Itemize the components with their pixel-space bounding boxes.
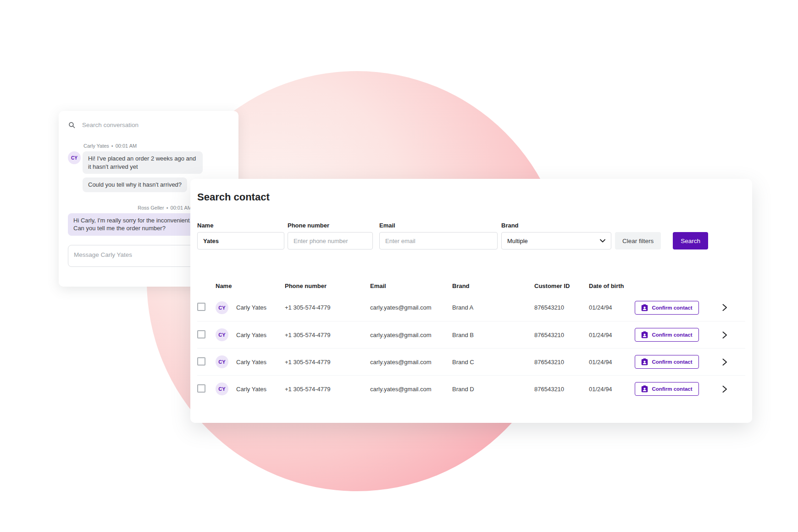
message-time: 00:01 AM (171, 205, 192, 211)
chevron-right-icon[interactable] (722, 358, 727, 366)
cell-phone: +1 305-574-4779 (285, 359, 370, 366)
cell-dob: 01/24/94 (589, 386, 635, 393)
table-row: CY Carly Yates +1 305-574-4779 carly.yat… (197, 294, 745, 321)
contact-avatar: CY (216, 382, 228, 395)
confirm-contact-button[interactable]: Confirm contact (635, 382, 699, 396)
cell-customer-id: 876543210 (534, 386, 589, 393)
table-header-row: Name Phone number Email Brand Customer I… (197, 283, 745, 289)
chevron-down-icon (600, 239, 605, 243)
confirm-contact-label: Confirm contact (652, 305, 692, 310)
email-input[interactable] (379, 232, 498, 249)
name-input[interactable] (197, 232, 284, 249)
sender-name: Ross Geller (138, 205, 164, 211)
chat-message-incoming: Could you tell why it hasn't arrived? (83, 177, 187, 192)
search-contact-panel: Search contact Name Phone number Email B… (190, 179, 752, 423)
row-checkbox[interactable] (197, 330, 205, 338)
cell-brand: Brand D (452, 386, 534, 393)
cell-customer-id: 876543210 (534, 304, 589, 311)
confirm-contact-button[interactable]: Confirm contact (635, 355, 699, 369)
message-time: 00:01 AM (116, 143, 137, 149)
table-row: CY Carly Yates +1 305-574-4779 carly.yat… (197, 321, 745, 348)
meta-separator: • (166, 205, 168, 211)
chevron-right-icon[interactable] (722, 331, 727, 339)
phone-label: Phone number (288, 222, 373, 229)
filter-bar: Name Phone number Email Brand Multiple C… (197, 222, 745, 249)
row-checkbox[interactable] (197, 303, 205, 311)
row-checkbox[interactable] (197, 384, 205, 393)
cell-brand: Brand A (452, 304, 534, 311)
search-button[interactable]: Search (673, 232, 708, 249)
cell-name: Carly Yates (236, 359, 285, 366)
chat-search-input[interactable]: Search conversation (68, 120, 229, 129)
contact-card-icon (641, 304, 648, 311)
agent-message-meta: Ross Geller • 00:01 AM (68, 205, 192, 211)
brand-select-value: Multiple (507, 238, 528, 244)
cell-phone: +1 305-574-4779 (285, 332, 370, 338)
row-checkbox[interactable] (197, 357, 205, 366)
confirm-contact-label: Confirm contact (652, 386, 692, 392)
meta-separator: • (111, 143, 113, 149)
cell-dob: 01/24/94 (589, 359, 635, 366)
page-title: Search contact (197, 190, 745, 205)
cell-name: Carly Yates (236, 304, 285, 311)
brand-label: Brand (501, 222, 611, 229)
clear-filters-button[interactable]: Clear filters (615, 232, 661, 249)
email-label: Email (379, 222, 498, 229)
contact-avatar: CY (216, 328, 228, 341)
chat-search-placeholder: Search conversation (82, 122, 139, 128)
confirm-contact-label: Confirm contact (652, 332, 692, 338)
confirm-contact-button[interactable]: Confirm contact (635, 328, 699, 342)
cell-dob: 01/24/94 (589, 332, 635, 338)
confirm-contact-button[interactable]: Confirm contact (635, 301, 699, 315)
header-email: Email (370, 283, 452, 289)
confirm-contact-label: Confirm contact (652, 359, 692, 365)
contact-avatar: CY (216, 355, 228, 368)
contact-card-icon (641, 385, 648, 393)
contact-card-icon (641, 358, 648, 366)
chevron-right-icon[interactable] (722, 304, 727, 311)
chat-message-incoming: Hi! I've placed an order 2 weeks ago and… (83, 151, 203, 174)
contact-card-icon (641, 331, 648, 338)
message-input-placeholder: Message Carly Yates (74, 251, 132, 258)
cell-email: carly.yates@gmail.com (370, 359, 452, 366)
name-label: Name (197, 222, 284, 229)
cell-name: Carly Yates (236, 386, 285, 393)
cell-customer-id: 876543210 (534, 359, 589, 366)
customer-avatar: CY (68, 151, 81, 164)
header-name: Name (216, 283, 285, 289)
cell-dob: 01/24/94 (589, 304, 635, 311)
cell-email: carly.yates@gmail.com (370, 304, 452, 311)
cell-phone: +1 305-574-4779 (285, 386, 370, 393)
cell-name: Carly Yates (236, 332, 285, 338)
cell-email: carly.yates@gmail.com (370, 332, 452, 338)
cell-brand: Brand B (452, 332, 534, 338)
table-body: CY Carly Yates +1 305-574-4779 carly.yat… (197, 294, 745, 402)
cell-email: carly.yates@gmail.com (370, 386, 452, 393)
contact-avatar: CY (216, 301, 228, 314)
cell-customer-id: 876543210 (534, 332, 589, 338)
header-customer-id: Customer ID (534, 283, 589, 289)
chat-message-outgoing: Hi Carly, I'm really sorry for the incon… (68, 213, 205, 236)
customer-message-meta: Carly Yates • 00:01 AM (83, 143, 229, 149)
header-brand: Brand (452, 283, 534, 289)
cell-brand: Brand C (452, 359, 534, 366)
phone-input[interactable] (288, 232, 373, 249)
sender-name: Carly Yates (83, 143, 109, 149)
chevron-right-icon[interactable] (722, 385, 727, 393)
header-dob: Date of birth (589, 283, 635, 289)
table-row: CY Carly Yates +1 305-574-4779 carly.yat… (197, 348, 745, 375)
header-phone: Phone number (285, 283, 370, 289)
brand-select[interactable]: Multiple (501, 232, 611, 249)
cell-phone: +1 305-574-4779 (285, 304, 370, 311)
search-icon (68, 121, 76, 129)
table-row: CY Carly Yates +1 305-574-4779 carly.yat… (197, 375, 745, 402)
